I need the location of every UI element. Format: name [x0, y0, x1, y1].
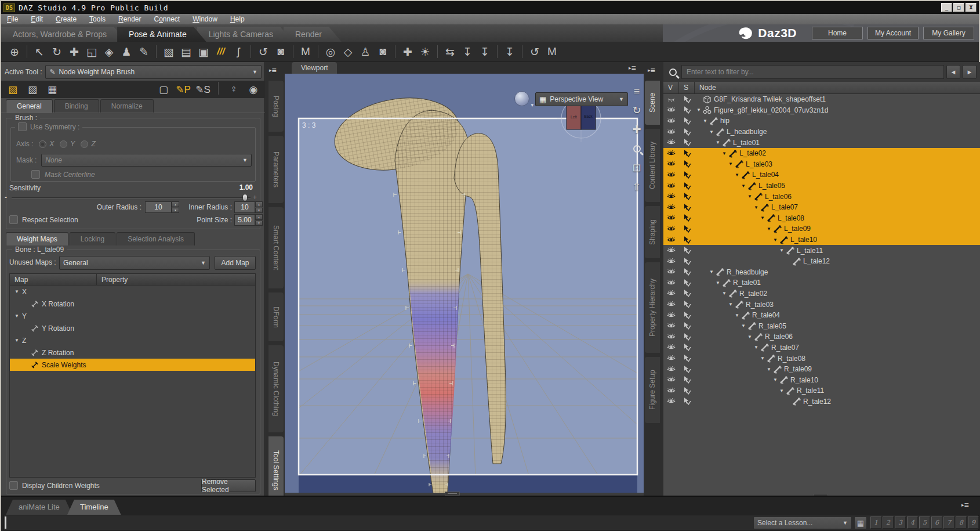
- expander-icon[interactable]: ▼: [746, 334, 754, 339]
- dock-tab-scene[interactable]: Scene: [645, 81, 660, 125]
- drag-select-mode-icon[interactable]: ▦: [44, 82, 60, 97]
- visibility-eye-icon[interactable]: [663, 106, 679, 114]
- tab-pose-animate[interactable]: Pose & Animate: [117, 27, 206, 42]
- viewport-resize-handle[interactable]: [445, 492, 460, 496]
- timeline-pane[interactable]: Select a Lesson... ▼ ▦ 123456789: [3, 515, 979, 530]
- tree-row-l-tale07[interactable]: ▼ L_tale07: [663, 202, 980, 213]
- expander-icon[interactable]: ▼: [765, 226, 773, 232]
- rectangle-selection-icon[interactable]: ▧: [160, 44, 177, 60]
- tree-row-r-tale10[interactable]: ▼ R_tale10: [663, 374, 980, 385]
- expander-icon[interactable]: ▼: [707, 269, 716, 274]
- expander-icon[interactable]: ▼: [714, 140, 722, 145]
- geometry-selection-icon[interactable]: ▢: [155, 82, 172, 97]
- my-gallery-button[interactable]: My Gallery: [923, 27, 974, 39]
- visibility-eye-icon[interactable]: [663, 268, 679, 276]
- timeline-cursor[interactable]: [5, 516, 6, 529]
- visibility-eye-icon[interactable]: [663, 343, 679, 352]
- timeline-pane-menu-icon[interactable]: ≡: [961, 500, 973, 510]
- dock-tab-parameters[interactable]: Parameters: [268, 136, 284, 203]
- visibility-eye-icon[interactable]: [663, 375, 679, 384]
- slider-minus[interactable]: -: [5, 193, 7, 201]
- tree-row-g8f-krisandra-twilek-shapeoffset1[interactable]: ▼ G8F_Krisandra Twilek_shapeoffset1: [663, 94, 980, 105]
- tree-row-l-tale11[interactable]: ▼ L_tale11: [663, 245, 980, 256]
- lesson-number-button[interactable]: 8: [956, 516, 967, 529]
- selectable-pointer-icon[interactable]: [679, 182, 695, 190]
- axis-x-radio[interactable]: [39, 140, 46, 148]
- tree-row-r-tale07[interactable]: ▼ R_tale07: [663, 342, 980, 353]
- expander-icon[interactable]: ▼: [727, 161, 735, 167]
- visibility-eye-icon[interactable]: [663, 160, 679, 168]
- gradient-sphere-icon[interactable]: ◉: [245, 82, 262, 97]
- selectable-pointer-icon[interactable]: [679, 257, 695, 266]
- menu-connect[interactable]: Connect: [154, 15, 180, 23]
- orbit-camera-icon[interactable]: ↺: [255, 44, 272, 60]
- visibility-eye-icon[interactable]: [663, 138, 679, 147]
- selectable-pointer-icon[interactable]: [679, 268, 695, 276]
- scene-filter-input[interactable]: [681, 65, 944, 79]
- node-selection-tool-icon[interactable]: ↖: [31, 44, 48, 60]
- tree-row-l-tale08[interactable]: ▼ L_tale08: [663, 213, 980, 224]
- menu-create[interactable]: Create: [56, 15, 77, 23]
- tree-row-r-tale08[interactable]: ▼ R_tale08: [663, 353, 980, 364]
- expander-icon[interactable]: ▼: [771, 377, 779, 382]
- lesson-number-button[interactable]: 4: [907, 516, 918, 529]
- viewport-tab[interactable]: Viewport: [292, 62, 337, 74]
- tree-row-r-tale02[interactable]: ▼ R_tale02: [663, 288, 980, 299]
- tree-row-l-headbulge[interactable]: ▼ L_headbulge: [663, 127, 980, 138]
- selectable-pointer-icon[interactable]: [679, 192, 695, 201]
- inner-radius-field[interactable]: 10: [234, 201, 255, 213]
- dock-tab-dform[interactable]: DForm: [268, 292, 284, 341]
- respect-selection-checkbox[interactable]: [9, 215, 18, 224]
- view-orbit-globe-icon[interactable]: [514, 91, 529, 106]
- outer-radius-field[interactable]: 10: [145, 201, 172, 213]
- tree-row-figure-g8f-lekku-02004-07uv3zn1d[interactable]: ▼ Figure_g8f_lekku_02004_07uv3zn1d: [663, 105, 980, 116]
- create-camera-icon[interactable]: ✚: [399, 44, 416, 60]
- expander-icon[interactable]: ▼: [778, 248, 786, 253]
- orbit-view-icon[interactable]: ↻: [630, 103, 644, 117]
- tree-row-r-tale11[interactable]: ▼ R_tale11: [663, 385, 980, 396]
- expander-icon[interactable]: ▼: [727, 302, 735, 307]
- visibility-eye-icon[interactable]: [663, 257, 679, 266]
- expander-icon[interactable]: ▼: [733, 313, 741, 318]
- node-weight-brush-icon[interactable]: ///: [212, 44, 230, 60]
- map-group-row[interactable]: ▼ X: [10, 286, 255, 298]
- save-pose-icon[interactable]: ↧: [476, 44, 493, 60]
- expander-icon[interactable]: ▼: [758, 215, 767, 221]
- active-tool-dropdown[interactable]: ✎ Node Weight Map Brush ▼: [45, 65, 262, 79]
- selectable-pointer-icon[interactable]: [679, 128, 695, 136]
- right-dock-menu-icon[interactable]: ≡: [648, 66, 659, 75]
- expander-icon[interactable]: ▼: [778, 388, 786, 393]
- menu-tools[interactable]: Tools: [89, 15, 106, 23]
- expander-icon[interactable]: ▼: [14, 289, 19, 294]
- tree-row-r-tale09[interactable]: ▼ R_tale09: [663, 364, 980, 375]
- lesson-number-button[interactable]: 7: [943, 516, 954, 529]
- tree-row-l-tale02[interactable]: ▼ L_tale02: [663, 148, 980, 159]
- visibility-eye-icon[interactable]: [663, 203, 679, 212]
- expander-icon[interactable]: ▼: [733, 172, 741, 178]
- column-node[interactable]: Node: [695, 82, 980, 93]
- rotate-tool-icon[interactable]: ↻: [48, 44, 66, 60]
- tree-row-l-tale09[interactable]: ▼ L_tale09: [663, 223, 980, 234]
- visibility-eye-icon[interactable]: [663, 128, 679, 136]
- visibility-eye-icon[interactable]: [663, 214, 679, 222]
- lesson-play-icon[interactable]: ▦: [854, 516, 867, 529]
- visibility-eye-icon[interactable]: [663, 279, 679, 287]
- maximize-button[interactable]: □: [953, 3, 964, 12]
- point-size-field[interactable]: 5.00: [234, 214, 255, 226]
- selectable-pointer-icon[interactable]: [679, 322, 695, 330]
- expander-icon[interactable]: ▼: [714, 280, 722, 286]
- paint-brush-icon[interactable]: ✎P: [175, 82, 191, 97]
- visibility-eye-icon[interactable]: [663, 386, 679, 395]
- expander-icon[interactable]: ▼: [739, 183, 747, 189]
- visibility-eye-icon[interactable]: [663, 311, 679, 320]
- tree-row-r-tale06[interactable]: ▼ R_tale06: [663, 331, 980, 342]
- dock-tab-content-library[interactable]: Content Library: [645, 129, 660, 202]
- column-selectable[interactable]: S: [679, 82, 695, 93]
- home-button[interactable]: Home: [812, 27, 863, 39]
- measure-metrics-icon[interactable]: M: [297, 44, 314, 60]
- expander-icon[interactable]: ▼: [765, 367, 773, 372]
- lesson-number-button[interactable]: 9: [968, 516, 979, 529]
- aim-view-icon[interactable]: ⇧: [630, 180, 644, 194]
- create-environment-icon[interactable]: ☀: [416, 44, 434, 60]
- zoom-view-icon[interactable]: [630, 142, 644, 156]
